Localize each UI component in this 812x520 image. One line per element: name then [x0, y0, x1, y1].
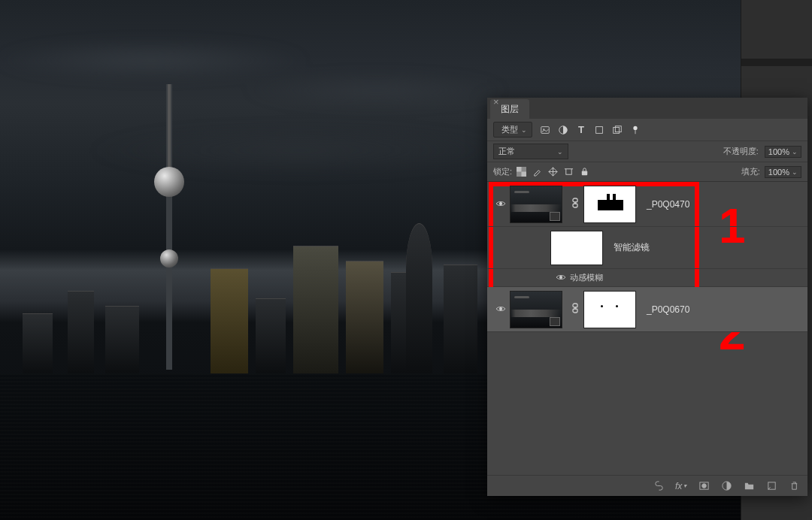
filter-item[interactable]: 动感模糊: [487, 269, 807, 287]
layer-mask-icon[interactable]: [698, 480, 710, 492]
new-layer-icon[interactable]: [765, 480, 777, 492]
link-icon[interactable]: [570, 303, 580, 316]
svg-point-27: [701, 484, 706, 488]
lock-transparency-icon[interactable]: [517, 167, 526, 177]
close-icon[interactable]: ×: [493, 96, 499, 107]
group-icon[interactable]: [743, 480, 755, 492]
filter-pixel-icon[interactable]: [540, 125, 550, 135]
visibility-icon[interactable]: [495, 199, 506, 210]
filter-adjust-icon[interactable]: [558, 125, 568, 135]
layers-list: 1 2 _P0Q0470 智能滤镜 动感模糊: [487, 182, 807, 473]
visibility-icon[interactable]: [495, 304, 506, 315]
filter-type-select[interactable]: 类型 ⌄: [493, 122, 532, 138]
svg-rect-13: [566, 169, 571, 174]
layer-thumbnail[interactable]: [510, 186, 562, 223]
lock-fill-row: 锁定: 填充: 100% ⌄: [487, 162, 807, 182]
svg-point-22: [499, 307, 501, 310]
svg-rect-11: [517, 167, 522, 172]
chevron-down-icon: ⌄: [792, 168, 798, 176]
filter-toggle-icon[interactable]: [630, 125, 641, 135]
blend-opacity-row: 正常 ⌄ 不透明度: 100% ⌄: [487, 141, 807, 162]
delete-layer-icon[interactable]: [788, 480, 800, 492]
adjustment-layer-icon[interactable]: [720, 480, 732, 492]
layer-row[interactable]: _P0Q0670: [487, 287, 807, 332]
svg-rect-7: [615, 125, 621, 132]
lock-position-icon[interactable]: [548, 167, 558, 177]
layers-panel: × 图层 类型 ⌄ T 正常 ⌄ 不透明度: 100% ⌄: [487, 98, 807, 496]
filter-text-icon[interactable]: T: [576, 125, 586, 135]
layer-thumbnail[interactable]: [510, 291, 562, 328]
opacity-value: 100%: [768, 147, 789, 156]
panel-tabs: 图层: [487, 98, 807, 119]
layer-filter-bar: 类型 ⌄ T: [487, 119, 807, 141]
layer-style-icon[interactable]: fx▾: [675, 480, 687, 492]
opacity-label: 不透明度:: [723, 146, 759, 157]
filter-shape-icon[interactable]: [594, 125, 604, 135]
lock-artboard-icon[interactable]: [564, 167, 574, 177]
smart-filter-mask[interactable]: [550, 231, 603, 265]
lock-paint-icon[interactable]: [532, 167, 542, 177]
fill-label: 填充:: [741, 166, 760, 177]
layer-row[interactable]: _P0Q0470: [487, 182, 807, 227]
layer-mask-thumbnail[interactable]: [583, 291, 636, 328]
chevron-down-icon: ⌄: [521, 126, 527, 134]
svg-rect-9: [635, 130, 636, 134]
opacity-input[interactable]: 100% ⌄: [765, 146, 801, 158]
svg-rect-5: [596, 126, 603, 133]
filter-smart-icon[interactable]: [612, 125, 623, 135]
svg-point-17: [499, 202, 501, 204]
svg-rect-6: [614, 127, 620, 133]
blend-mode-value: 正常: [498, 146, 515, 157]
svg-point-8: [633, 125, 637, 129]
lock-label: 锁定:: [493, 166, 512, 177]
link-layers-icon[interactable]: [653, 480, 665, 492]
fill-input[interactable]: 100% ⌄: [765, 166, 801, 178]
smart-filter-row[interactable]: 智能滤镜: [487, 227, 807, 269]
link-icon[interactable]: [570, 198, 580, 210]
layer-mask-thumbnail[interactable]: [583, 186, 636, 223]
filter-label: 类型: [501, 124, 518, 135]
fill-value: 100%: [768, 168, 789, 177]
smart-filter-label: 智能滤镜: [614, 241, 650, 254]
blend-mode-select[interactable]: 正常 ⌄: [493, 144, 568, 159]
svg-rect-12: [522, 172, 527, 177]
chevron-down-icon: ⌄: [792, 148, 798, 156]
layers-footer: fx▾: [487, 475, 807, 496]
svg-rect-16: [582, 171, 587, 176]
layer-name[interactable]: _P0Q0670: [647, 304, 689, 315]
chevron-down-icon: ⌄: [557, 148, 563, 156]
visibility-icon[interactable]: [556, 274, 566, 283]
lock-all-icon[interactable]: [580, 167, 589, 177]
svg-point-21: [559, 276, 562, 278]
filter-name: 动感模糊: [570, 272, 603, 283]
layer-name[interactable]: _P0Q0470: [647, 199, 689, 210]
